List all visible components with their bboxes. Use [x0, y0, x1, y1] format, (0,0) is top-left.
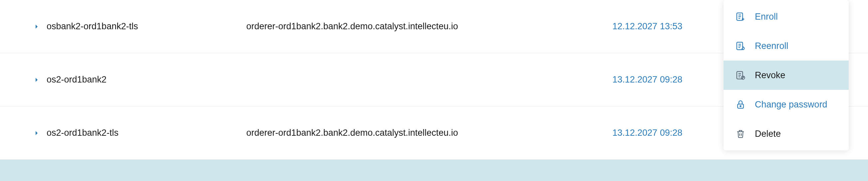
- trash-icon: [736, 129, 746, 139]
- row-name: osbank2-ord1bank2-tls: [46, 21, 246, 32]
- row-name: os2-ord1bank2-tls: [46, 128, 246, 138]
- expand-toggle[interactable]: [34, 130, 39, 136]
- chevron-right-icon: [34, 24, 39, 29]
- expand-toggle[interactable]: [34, 24, 39, 29]
- menu-item-label: Enroll: [755, 12, 778, 22]
- enroll-icon: [736, 12, 746, 22]
- menu-item-revoke[interactable]: Revoke: [723, 61, 849, 90]
- menu-item-enroll[interactable]: Enroll: [723, 2, 849, 31]
- table-row: ps2-b2p1 19.12.2027 12:54: [0, 160, 868, 181]
- menu-item-label: Revoke: [755, 70, 785, 81]
- row-host: orderer-ord1bank2.bank2.demo.catalyst.in…: [246, 21, 612, 32]
- row-host: orderer-ord1bank2.bank2.demo.catalyst.in…: [246, 128, 612, 138]
- chevron-right-icon: [34, 77, 39, 83]
- menu-item-reenroll[interactable]: Reenroll: [723, 31, 849, 61]
- row-name: os2-ord1bank2: [46, 74, 246, 85]
- menu-item-label: Delete: [755, 129, 781, 139]
- lock-icon: [736, 99, 746, 110]
- svg-point-20: [740, 105, 741, 107]
- menu-item-delete[interactable]: Delete: [723, 119, 849, 148]
- chevron-right-icon: [34, 130, 39, 136]
- expand-toggle[interactable]: [34, 77, 39, 83]
- reenroll-icon: [736, 41, 746, 51]
- svg-line-18: [742, 77, 744, 79]
- menu-item-label: Change password: [755, 99, 827, 110]
- revoke-icon: [736, 70, 746, 80]
- menu-item-change-password[interactable]: Change password: [723, 90, 849, 119]
- menu-item-label: Reenroll: [755, 41, 788, 51]
- context-menu: Enroll Reenroll Revoke: [723, 0, 849, 150]
